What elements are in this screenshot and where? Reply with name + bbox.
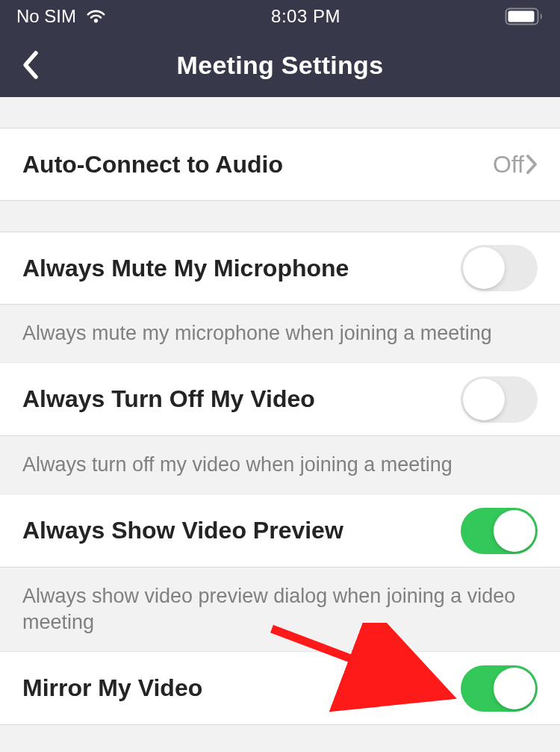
always-show-video-preview-label: Always Show Video Preview	[22, 517, 343, 544]
carrier-text: No SIM	[16, 6, 76, 27]
mirror-my-video-label: Mirror My Video	[22, 674, 202, 702]
status-bar-left: No SIM	[16, 6, 107, 27]
status-bar-time: 8:03 PM	[271, 6, 340, 27]
always-turn-off-video-row: Always Turn Off My Video	[0, 363, 560, 436]
toggle-knob	[463, 379, 505, 420]
always-show-video-preview-description: Always show video preview dialog when jo…	[22, 583, 538, 636]
always-show-video-preview-row: Always Show Video Preview	[0, 494, 560, 568]
always-turn-off-video-description: Always turn off my video when joining a …	[22, 452, 538, 478]
auto-connect-audio-label: Auto-Connect to Audio	[22, 151, 283, 178]
always-mute-mic-label: Always Mute My Microphone	[22, 255, 349, 282]
settings-content: Auto-Connect to Audio Off Always Mute My…	[0, 97, 560, 725]
chevron-right-icon	[526, 154, 538, 175]
mirror-my-video-row: Mirror My Video	[0, 652, 560, 725]
always-turn-off-video-toggle[interactable]	[461, 376, 538, 423]
always-show-video-preview-description-row: Always show video preview dialog when jo…	[0, 568, 560, 652]
nav-bar: Meeting Settings	[0, 33, 560, 97]
always-mute-mic-description-row: Always mute my microphone when joining a…	[0, 305, 560, 363]
section-spacer	[0, 97, 560, 128]
toggle-knob	[463, 247, 505, 289]
toggle-knob	[494, 668, 535, 709]
auto-connect-audio-row[interactable]: Auto-Connect to Audio Off	[0, 128, 560, 201]
svg-rect-1	[508, 11, 535, 22]
status-bar: No SIM 8:03 PM	[0, 0, 560, 33]
always-mute-mic-row: Always Mute My Microphone	[0, 231, 560, 305]
back-button[interactable]	[13, 49, 46, 81]
wifi-icon	[85, 9, 107, 25]
always-show-video-preview-toggle[interactable]	[461, 508, 538, 554]
toggle-knob	[494, 510, 535, 552]
mirror-my-video-toggle[interactable]	[461, 665, 538, 712]
always-turn-off-video-label: Always Turn Off My Video	[22, 385, 315, 413]
chevron-left-icon	[21, 50, 39, 80]
auto-connect-audio-value-wrap: Off	[493, 151, 538, 178]
always-turn-off-video-description-row: Always turn off my video when joining a …	[0, 436, 560, 494]
always-mute-mic-description: Always mute my microphone when joining a…	[22, 320, 538, 347]
auto-connect-audio-value: Off	[493, 151, 524, 178]
page-title: Meeting Settings	[0, 51, 560, 80]
battery-icon	[505, 7, 544, 25]
always-mute-mic-toggle[interactable]	[461, 245, 538, 291]
section-spacer	[0, 201, 560, 231]
